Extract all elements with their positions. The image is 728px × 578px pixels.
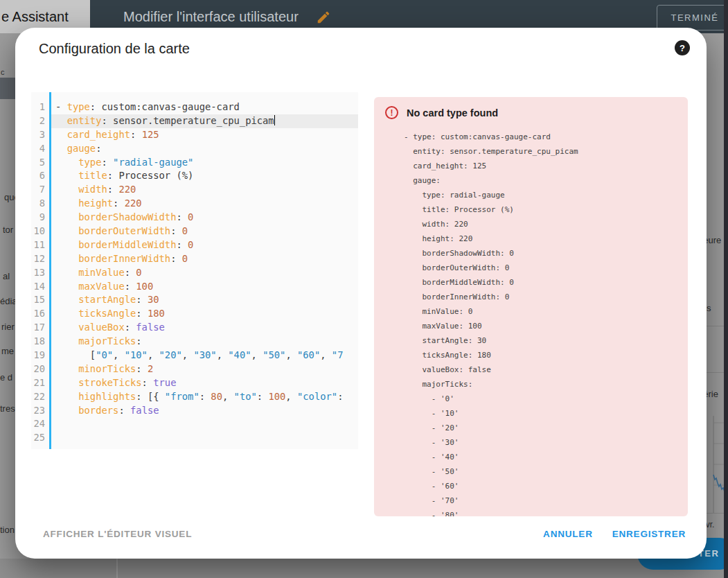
background-right-edge <box>724 0 728 578</box>
editor-line[interactable]: 10 borderOuterWidth: 0 <box>31 225 358 238</box>
editor-line[interactable]: 23 borders: false <box>31 404 358 418</box>
editor-line[interactable]: 3 card_height: 125 <box>31 128 358 142</box>
card-config-dialog: Configuration de la carte ? 1- type: cus… <box>15 28 707 559</box>
edit-pencil-icon <box>316 10 331 25</box>
editor-line-code: strokeTicks: true <box>49 376 358 390</box>
background-divider <box>116 559 118 578</box>
background-divider <box>707 326 724 326</box>
editor-line[interactable]: 15 startAngle: 30 <box>31 293 358 307</box>
line-number: 18 <box>31 335 49 349</box>
editor-line-code: majorTicks: <box>49 335 358 349</box>
line-number: 17 <box>31 321 49 335</box>
editor-line[interactable]: 20 minorTicks: 2 <box>31 362 358 376</box>
line-number: 7 <box>31 183 49 197</box>
editor-line-code: minValue: 0 <box>49 266 358 280</box>
editor-line-code: highlights: [{ "from": 80, "to": 100, "c… <box>49 390 358 404</box>
line-number: 23 <box>31 404 49 418</box>
editor-line[interactable]: 4 gauge: <box>31 142 358 156</box>
error-yaml-dump: - type: custom:canvas-gauge-card entity:… <box>404 130 688 516</box>
editor-line-code: borderShadowWidth: 0 <box>49 211 358 225</box>
sidebar-item-fragment: c <box>1 68 5 76</box>
editor-line[interactable]: 21 strokeTicks: true <box>31 376 358 390</box>
editor-line-code: type: "radial-gauge" <box>49 156 358 170</box>
editor-line[interactable]: 13 minValue: 0 <box>31 266 358 280</box>
error-title: No card type found <box>407 107 498 119</box>
line-number: 14 <box>31 280 49 294</box>
yaml-code-editor[interactable]: 1- type: custom:canvas-gauge-card2 entit… <box>31 92 358 449</box>
background-block <box>0 78 15 99</box>
sidebar-item-fragment: tor <box>3 225 13 235</box>
editor-line[interactable]: 8 height: 220 <box>31 197 358 211</box>
editor-line[interactable]: 6 title: Processor (%) <box>31 169 358 183</box>
line-number: 16 <box>31 307 49 321</box>
line-number: 19 <box>31 349 49 362</box>
line-number: 5 <box>31 156 49 170</box>
line-number: 24 <box>31 417 49 431</box>
show-visual-editor-button[interactable]: AFFICHER L'ÉDITEUR VISUEL <box>43 529 192 539</box>
editor-line-code: borderOuterWidth: 0 <box>49 225 358 238</box>
editor-line-code: ["0", "10", "20", "30", "40", "50", "60"… <box>49 349 358 362</box>
background-divider <box>707 372 724 373</box>
dialog-title: Configuration de la carte <box>39 41 190 57</box>
dialog-footer: AFFICHER L'ÉDITEUR VISUEL ANNULER ENREGI… <box>43 529 686 539</box>
sidebar-item-fragment: e d <box>0 372 12 383</box>
editor-line[interactable]: 1- type: custom:canvas-gauge-card <box>31 100 358 114</box>
line-number: 13 <box>31 266 49 280</box>
editor-line-code: minorTicks: 2 <box>49 362 358 376</box>
editor-line-code: borderInnerWidth: 0 <box>49 252 358 266</box>
editor-line-code: borders: false <box>49 404 358 418</box>
line-number: 8 <box>31 197 49 211</box>
editor-line[interactable]: 24 <box>31 417 358 431</box>
editor-line-code: width: 220 <box>49 183 358 197</box>
save-button[interactable]: ENREGISTRER <box>612 529 686 539</box>
line-number: 10 <box>31 225 49 238</box>
line-number: 4 <box>31 142 49 156</box>
editor-line[interactable]: 16 ticksAngle: 180 <box>31 307 358 321</box>
error-header: ! No card type found <box>374 97 688 122</box>
line-number: 9 <box>31 211 49 225</box>
line-number: 2 <box>31 114 49 128</box>
editor-line-code: maxValue: 100 <box>49 280 358 294</box>
editor-line[interactable]: 22 highlights: [{ "from": 80, "to": 100,… <box>31 390 358 404</box>
background-bottom <box>0 559 728 578</box>
editor-line[interactable]: 12 borderInnerWidth: 0 <box>31 252 358 266</box>
sidebar-item-fragment: rier <box>1 322 15 332</box>
editor-line[interactable]: 5 type: "radial-gauge" <box>31 156 358 170</box>
sidebar-item-fragment: me <box>1 346 14 356</box>
sidebar-item-fragment: édia <box>0 296 17 306</box>
editor-line-code: valueBox: false <box>49 321 358 335</box>
editor-line-code: gauge: <box>49 142 358 156</box>
editor-line[interactable]: 19 ["0", "10", "20", "30", "40", "50", "… <box>31 349 358 362</box>
editor-line-code: card_height: 125 <box>49 128 358 142</box>
editor-line-code: borderMiddleWidth: 0 <box>49 238 358 252</box>
editor-line[interactable]: 9 borderShadowWidth: 0 <box>31 211 358 225</box>
editor-line[interactable]: 18 majorTicks: <box>31 335 358 349</box>
editor-line[interactable]: 2 entity: sensor.temperature_cpu_picam <box>31 114 358 128</box>
line-number: 11 <box>31 238 49 252</box>
editor-line-code: entity: sensor.temperature_cpu_picam <box>49 114 358 128</box>
editor-line-code: - type: custom:canvas-gauge-card <box>49 100 358 114</box>
error-panel: ! No card type found - type: custom:canv… <box>374 97 688 516</box>
editor-line-code: startAngle: 30 <box>49 293 358 307</box>
done-button[interactable]: TERMINÉ <box>657 5 728 30</box>
editor-line-code <box>49 417 358 431</box>
line-number: 21 <box>31 376 49 390</box>
alert-icon: ! <box>385 106 398 119</box>
text-cursor <box>274 115 276 125</box>
editor-line-code: title: Processor (%) <box>49 169 358 183</box>
editor-line-code <box>49 431 358 445</box>
line-number: 25 <box>31 431 49 445</box>
line-number: 20 <box>31 362 49 376</box>
help-icon[interactable]: ? <box>675 40 690 55</box>
editor-line[interactable]: 7 width: 220 <box>31 183 358 197</box>
cancel-button[interactable]: ANNULER <box>543 529 593 539</box>
editor-line[interactable]: 17 valueBox: false <box>31 321 358 335</box>
card-title-fragment: s <box>707 303 711 313</box>
header-title: Modifier l'interface utilisateur <box>123 9 299 25</box>
editor-line[interactable]: 25 <box>31 431 358 445</box>
editor-gutter-guide <box>49 92 51 449</box>
editor-line-code: ticksAngle: 180 <box>49 307 358 321</box>
editor-line[interactable]: 14 maxValue: 100 <box>31 280 358 294</box>
editor-line[interactable]: 11 borderMiddleWidth: 0 <box>31 238 358 252</box>
line-number: 6 <box>31 169 49 183</box>
